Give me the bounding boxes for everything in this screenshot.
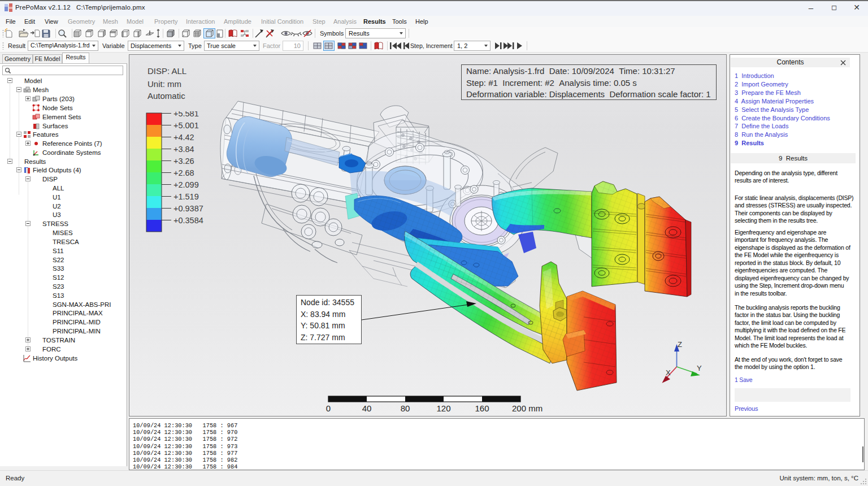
svg-text:+2.099: +2.099: [173, 180, 199, 189]
svg-text:+2.68: +2.68: [173, 168, 194, 177]
svg-text:80: 80: [401, 403, 410, 413]
svg-text:+5.581: +5.581: [173, 111, 199, 118]
svg-text:+3.26: +3.26: [173, 157, 194, 166]
svg-text:+0.9387: +0.9387: [173, 204, 203, 213]
svg-text:Z: Z: [678, 340, 682, 349]
svg-text:+1.519: +1.519: [173, 192, 199, 201]
svg-text:+5.001: +5.001: [173, 121, 199, 130]
svg-text:120: 120: [436, 403, 450, 413]
svg-text:+0.3584: +0.3584: [173, 216, 203, 225]
svg-text:40: 40: [362, 403, 372, 413]
svg-text:Y: Y: [697, 364, 702, 372]
svg-text:200 mm: 200 mm: [512, 403, 542, 413]
svg-text:+3.84: +3.84: [173, 145, 194, 154]
svg-text:X: X: [666, 368, 671, 377]
svg-text:0: 0: [326, 403, 331, 413]
svg-text:+4.42: +4.42: [173, 133, 194, 142]
svg-text:160: 160: [475, 403, 489, 413]
